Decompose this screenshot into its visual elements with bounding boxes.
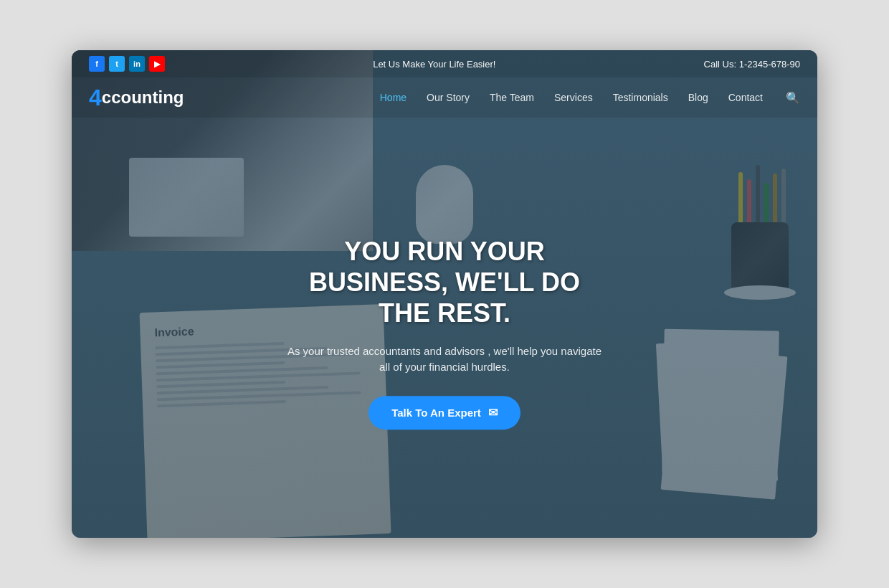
youtube-icon[interactable]: ▶ [149,56,165,72]
nav-item-the-team[interactable]: The Team [490,91,534,104]
nav-link-contact[interactable]: Contact [728,92,763,103]
nav-item-home[interactable]: Home [380,91,407,104]
top-bar: f t in ▶ Let Us Make Your Life Easier! C… [72,50,817,118]
linkedin-icon[interactable]: in [129,56,145,72]
top-tagline: Let Us Make Your Life Easier! [373,59,495,70]
nav-link-the-team[interactable]: The Team [490,92,534,103]
nav-item-testimonials[interactable]: Testimonials [613,91,668,104]
hero-subtitle: As your trusted accountants and advisors… [287,343,602,376]
cta-label: Talk To An Expert [391,407,481,419]
cta-button[interactable]: Talk To An Expert ✉ [369,396,520,430]
nav-item-services[interactable]: Services [554,91,593,104]
logo-text: ccounting [102,87,184,108]
hero-section: Invoice [72,50,817,538]
nav-link-our-story[interactable]: Our Story [427,92,470,103]
nav-item-contact[interactable]: Contact [728,91,763,104]
twitter-icon[interactable]: t [109,56,125,72]
nav-item-blog[interactable]: Blog [688,91,708,104]
top-bar-upper: f t in ▶ Let Us Make Your Life Easier! C… [72,50,817,77]
top-phone: Call Us: 1-2345-678-90 [704,59,800,70]
facebook-icon[interactable]: f [89,56,105,72]
nav-link-services[interactable]: Services [554,92,593,103]
social-icons: f t in ▶ [89,56,165,72]
search-icon[interactable]: 🔍 [786,92,800,104]
nav-item-our-story[interactable]: Our Story [427,91,470,104]
browser-window: Invoice [72,50,817,538]
nav-link-testimonials[interactable]: Testimonials [613,92,668,103]
nav-link-home[interactable]: Home [380,92,407,103]
logo-number: 4 [89,86,102,109]
hero-title: YOU RUN YOUR BUSINESS, WE'LL DO THE REST… [287,236,602,329]
logo[interactable]: 4 ccounting [89,86,184,109]
nav-link-blog[interactable]: Blog [688,92,708,103]
nav-links: Home Our Story The Team Services Testimo… [380,91,800,105]
email-icon: ✉ [488,406,498,419]
nav-bar: 4 ccounting Home Our Story The Team Serv… [72,77,817,118]
hero-content: YOU RUN YOUR BUSINESS, WE'LL DO THE REST… [287,236,602,430]
nav-item-search[interactable]: 🔍 [783,91,800,105]
